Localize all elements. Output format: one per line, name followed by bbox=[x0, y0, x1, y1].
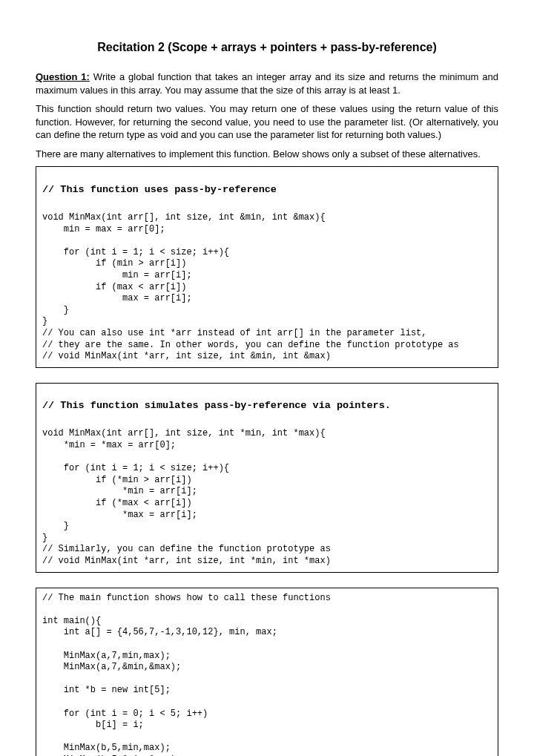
code-box-2: // This function simulates pass-by-refer… bbox=[36, 383, 498, 573]
code-box-1-header: // This function uses pass-by-reference bbox=[42, 183, 492, 197]
code-box-2-header: // This function simulates pass-by-refer… bbox=[42, 399, 492, 412]
para1-text: Write a global function that takes an in… bbox=[36, 71, 498, 96]
code-box-1: // This function uses pass-by-reference … bbox=[36, 166, 498, 367]
question-1-para: Question 1: Write a global function that… bbox=[36, 70, 498, 96]
page-title: Recitation 2 (Scope + arrays + pointers … bbox=[36, 41, 498, 54]
code-box-2-body: void MinMax(int arr[], int size, int *mi… bbox=[42, 428, 331, 566]
para3: There are many alternatives to implement… bbox=[36, 148, 498, 161]
code-box-1-body: void MinMax(int arr[], int size, int &mi… bbox=[42, 212, 459, 361]
code-box-3-body: // The main function shows how to call t… bbox=[42, 593, 331, 756]
code-box-3: // The main function shows how to call t… bbox=[36, 588, 498, 756]
para2: This function should return two values. … bbox=[36, 102, 498, 142]
document-page: Recitation 2 (Scope + arrays + pointers … bbox=[0, 0, 534, 756]
question-label: Question 1: bbox=[36, 71, 90, 82]
